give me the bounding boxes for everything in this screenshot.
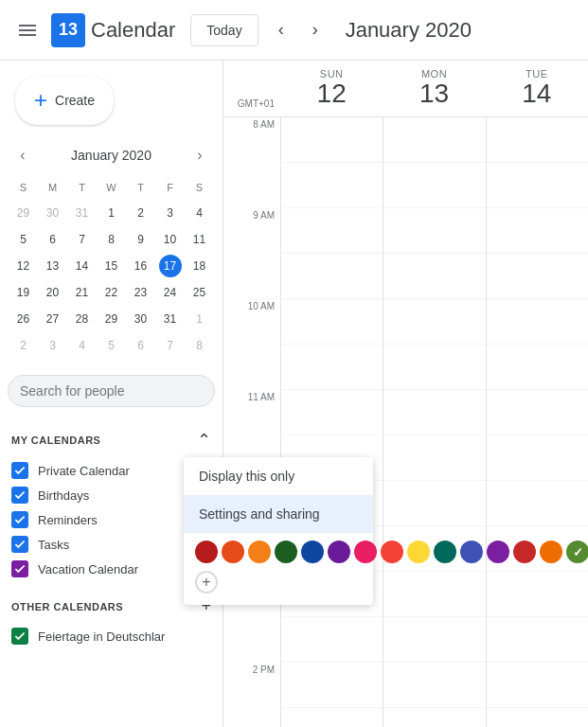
day-time-slot[interactable] <box>280 617 383 663</box>
day-time-slot[interactable] <box>280 390 383 435</box>
mini-cal-day[interactable]: 29 <box>98 307 125 331</box>
mini-cal-day[interactable]: 13 <box>39 254 66 278</box>
settings-sharing-option[interactable]: Settings and sharing <box>184 495 373 533</box>
other-calendar-item[interactable]: Feiertage in Deutschlar <box>8 624 215 648</box>
day-time-slot[interactable] <box>383 708 485 727</box>
day-time-slot[interactable] <box>383 345 485 390</box>
mini-cal-day[interactable]: 20 <box>39 280 66 305</box>
day-time-slot[interactable] <box>383 663 485 708</box>
day-time-slot[interactable] <box>486 299 588 345</box>
add-color-button[interactable]: + <box>195 571 218 594</box>
display-only-option[interactable]: Display this only <box>184 457 373 495</box>
color-option[interactable] <box>566 541 588 563</box>
mini-cal-day[interactable]: 21 <box>68 280 96 305</box>
mini-cal-day[interactable]: 8 <box>98 227 125 252</box>
mini-cal-day[interactable]: 6 <box>127 333 154 358</box>
search-people-input[interactable] <box>8 375 215 407</box>
mini-cal-day[interactable]: 27 <box>39 307 66 331</box>
mini-cal-day[interactable]: 1 <box>98 201 125 225</box>
color-option[interactable] <box>222 541 244 563</box>
mini-cal-day[interactable]: 19 <box>9 280 37 305</box>
day-time-slot[interactable] <box>383 435 485 481</box>
day-time-slot[interactable] <box>486 572 588 617</box>
prev-arrow[interactable]: ‹ <box>266 15 296 45</box>
next-arrow[interactable]: › <box>300 15 330 45</box>
create-button[interactable]: + Create <box>15 76 114 125</box>
mini-cal-day[interactable]: 28 <box>68 307 96 331</box>
color-option[interactable] <box>513 541 536 563</box>
mini-cal-day[interactable]: 7 <box>68 227 96 252</box>
mini-cal-day[interactable]: 5 <box>9 227 37 252</box>
day-time-slot[interactable] <box>280 117 383 163</box>
day-time-slot[interactable] <box>280 208 383 254</box>
mini-cal-day[interactable]: 24 <box>156 280 184 305</box>
color-option[interactable] <box>354 541 377 563</box>
day-time-slot[interactable] <box>383 299 485 345</box>
day-time-slot[interactable] <box>383 481 485 526</box>
color-option[interactable] <box>487 541 509 563</box>
color-option[interactable] <box>540 541 562 563</box>
mini-cal-day[interactable]: 9 <box>127 227 154 252</box>
day-time-slot[interactable] <box>486 481 588 526</box>
day-time-slot[interactable] <box>486 708 588 727</box>
day-time-slot[interactable] <box>280 254 383 299</box>
day-time-slot[interactable] <box>486 163 588 208</box>
mini-cal-day[interactable]: 2 <box>127 201 154 225</box>
color-option[interactable] <box>328 541 350 563</box>
mini-cal-day[interactable]: 17 <box>156 254 184 278</box>
day-time-slot[interactable] <box>383 208 485 254</box>
mini-cal-day[interactable]: 31 <box>156 307 184 331</box>
mini-cal-day[interactable]: 31 <box>68 201 96 225</box>
mini-cal-next[interactable]: › <box>188 144 211 167</box>
day-time-slot[interactable] <box>486 663 588 708</box>
mini-cal-day[interactable]: 16 <box>127 254 154 278</box>
day-time-slot[interactable] <box>383 117 485 163</box>
mini-cal-day[interactable]: 15 <box>98 254 125 278</box>
mini-cal-day[interactable]: 22 <box>98 280 125 305</box>
day-time-slot[interactable] <box>383 390 485 435</box>
day-time-slot[interactable] <box>486 208 588 254</box>
day-time-slot[interactable] <box>280 163 383 208</box>
mini-cal-day[interactable]: 11 <box>186 227 213 252</box>
my-calendars-header[interactable]: My calendars ⌃ <box>8 422 215 458</box>
day-time-slot[interactable] <box>383 163 485 208</box>
day-time-slot[interactable] <box>280 345 383 390</box>
day-time-slot[interactable] <box>486 345 588 390</box>
mini-cal-day[interactable]: 25 <box>186 280 213 305</box>
mini-cal-day[interactable]: 10 <box>156 227 184 252</box>
today-button[interactable]: Today <box>190 14 258 46</box>
day-time-slot[interactable] <box>383 572 485 617</box>
day-time-slot[interactable] <box>486 617 588 663</box>
mini-cal-day[interactable]: 23 <box>127 280 154 305</box>
mini-cal-day[interactable]: 26 <box>9 307 37 331</box>
day-time-slot[interactable] <box>280 708 383 727</box>
day-time-slot[interactable] <box>486 117 588 163</box>
mini-cal-day[interactable]: 1 <box>186 307 213 331</box>
mini-cal-day[interactable]: 2 <box>9 333 37 358</box>
color-option[interactable] <box>381 541 403 563</box>
mini-cal-day[interactable]: 4 <box>186 201 213 225</box>
color-option[interactable] <box>275 541 297 563</box>
mini-cal-day[interactable]: 12 <box>9 254 37 278</box>
day-time-slot[interactable] <box>486 435 588 481</box>
day-time-slot[interactable] <box>280 299 383 345</box>
day-time-slot[interactable] <box>383 254 485 299</box>
mini-cal-day[interactable]: 30 <box>127 307 154 331</box>
color-option[interactable] <box>301 541 324 563</box>
color-option[interactable] <box>407 541 430 563</box>
color-option[interactable] <box>248 541 271 563</box>
day-time-slot[interactable] <box>280 663 383 708</box>
mini-cal-day[interactable]: 3 <box>156 201 184 225</box>
mini-cal-day[interactable]: 8 <box>186 333 213 358</box>
day-time-slot[interactable] <box>486 390 588 435</box>
mini-cal-day[interactable]: 14 <box>68 254 96 278</box>
mini-cal-day[interactable]: 18 <box>186 254 213 278</box>
mini-cal-day[interactable]: 30 <box>39 201 66 225</box>
mini-cal-day[interactable]: 4 <box>68 333 96 358</box>
mini-cal-day[interactable]: 3 <box>39 333 66 358</box>
day-time-slot[interactable] <box>486 254 588 299</box>
mini-cal-day[interactable]: 7 <box>156 333 184 358</box>
day-time-slot[interactable] <box>383 617 485 663</box>
mini-cal-day[interactable]: 29 <box>9 201 37 225</box>
mini-cal-day[interactable]: 5 <box>98 333 125 358</box>
